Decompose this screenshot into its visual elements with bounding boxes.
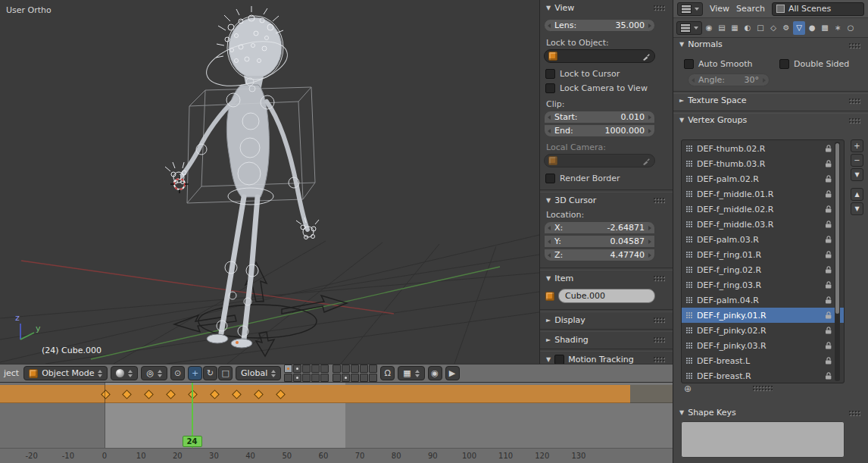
lock-icon[interactable] <box>824 205 833 214</box>
vertex-group-row[interactable]: DEF-f_middle.02.R <box>682 202 844 217</box>
shape-keys-panel-header[interactable]: ▼ Shape Keys <box>679 408 736 418</box>
scale-manipulator-button[interactable]: □ <box>218 366 233 380</box>
properties-tab-render[interactable]: ◉ <box>703 21 715 35</box>
properties-tab-material[interactable]: ● <box>806 21 818 35</box>
vertex-group-row[interactable]: DEF-breast.R <box>682 368 844 383</box>
lock-icon[interactable] <box>824 144 833 153</box>
current-frame-badge[interactable]: 24 <box>183 436 202 447</box>
layer-toggle-17[interactable] <box>342 374 350 382</box>
search-menu[interactable]: Search <box>736 4 765 14</box>
layer-toggle-9[interactable] <box>360 364 368 373</box>
cursor-x-field[interactable]: X: -2.64871 <box>544 221 655 234</box>
shading-panel-header[interactable]: ► Shading <box>540 332 673 348</box>
vertex-group-row[interactable]: DEF-f_pinky.03.R <box>682 338 844 353</box>
add-circle-icon[interactable]: ⊕ <box>684 383 692 394</box>
properties-tab-scene[interactable]: ▦ <box>729 21 741 35</box>
vertex-group-row[interactable]: DEF-f_ring.02.R <box>682 262 844 277</box>
display-panel-header[interactable]: ► Display <box>540 312 673 328</box>
local-camera-field[interactable] <box>544 154 655 167</box>
smooth-angle-field[interactable]: Angle: 30° <box>688 74 770 86</box>
collapse-triangle-icon[interactable]: ▼ <box>679 117 684 124</box>
properties-tab-physics[interactable]: ○ <box>845 21 857 35</box>
clip-start-field[interactable]: Start: 0.010 <box>544 111 655 124</box>
lock-camera-row[interactable]: Lock Camera to View <box>545 83 673 93</box>
panel-grip-icon[interactable] <box>654 276 665 282</box>
layer-toggle-20[interactable] <box>369 374 377 382</box>
scene-selector[interactable]: All Scenes <box>772 2 864 16</box>
opengl-render-button[interactable]: ◉ <box>428 366 442 380</box>
vertex-group-row[interactable]: DEF-f_middle.01.R <box>682 186 844 202</box>
lock-icon[interactable] <box>824 189 833 199</box>
lock-icon[interactable] <box>824 341 833 350</box>
keyframe-channel-band[interactable] <box>0 385 673 402</box>
cursor-panel-header[interactable]: ▼ 3D Cursor <box>540 192 673 208</box>
panel-grip-icon[interactable] <box>849 43 860 49</box>
collapse-triangle-icon[interactable]: ▼ <box>546 356 551 363</box>
remove-vertex-group-button[interactable]: − <box>851 154 863 167</box>
layer-toggle-2[interactable] <box>293 364 301 373</box>
layer-toggle-13[interactable] <box>302 374 311 382</box>
properties-tab-object[interactable]: □ <box>754 21 767 35</box>
layer-toggle-16[interactable] <box>333 374 341 382</box>
pivot-align-toggle[interactable]: ⊙ <box>170 366 185 380</box>
pivot-point-dropdown[interactable]: ◎ <box>141 366 167 380</box>
collapse-triangle-icon[interactable]: ► <box>546 317 551 324</box>
properties-tab-render-layers[interactable]: ▤ <box>716 21 728 35</box>
viewport-shading-dropdown[interactable] <box>111 366 138 380</box>
texture-space-panel-header[interactable]: ► Texture Space <box>679 95 746 105</box>
object-name-field[interactable]: Cube.000 <box>558 289 655 303</box>
properties-tab-world[interactable]: ◐ <box>742 21 754 35</box>
move-group-up-button[interactable]: ▲ <box>851 188 863 201</box>
lock-icon[interactable] <box>824 311 833 320</box>
double-sided-checkbox[interactable] <box>779 59 789 69</box>
panel-grip-icon[interactable] <box>849 411 860 417</box>
transform-orientation-dropdown[interactable]: Global <box>236 366 281 380</box>
collapse-triangle-icon[interactable]: ► <box>546 336 551 343</box>
render-border-row[interactable]: Render Border <box>545 174 673 183</box>
viewport[interactable]: User Ortho (24) Cube.000 z y <box>0 0 539 364</box>
panel-grip-icon[interactable] <box>654 198 665 204</box>
auto-smooth-checkbox[interactable] <box>684 59 694 69</box>
lock-icon[interactable] <box>824 250 833 259</box>
timeline-ruler[interactable]: -20-100102030405060708090100110120130 <box>0 448 673 463</box>
lock-icon[interactable] <box>824 220 833 229</box>
rotate-manipulator-button[interactable]: ↻ <box>203 366 217 380</box>
mode-selector[interactable]: Object Mode <box>23 366 108 380</box>
vertex-group-row[interactable]: DEF-f_pinky.02.R <box>682 323 844 338</box>
lock-to-cursor-row[interactable]: Lock to Cursor <box>545 69 673 79</box>
lock-icon[interactable] <box>824 371 833 380</box>
layer-toggle-5[interactable] <box>320 364 329 373</box>
properties-tab-particles[interactable]: ∗ <box>832 21 844 35</box>
vertex-group-row[interactable]: DEF-palm.02.R <box>682 171 844 186</box>
collapse-triangle-icon[interactable]: ▼ <box>679 41 684 48</box>
eyedropper-icon[interactable] <box>642 52 651 61</box>
editor-type-selector[interactable] <box>676 21 702 35</box>
layer-toggle-12[interactable] <box>293 374 301 382</box>
translate-manipulator-button[interactable]: + <box>188 366 202 380</box>
properties-tab-object-data[interactable]: ▽ <box>793 21 805 35</box>
view-menu[interactable]: View <box>710 4 729 14</box>
lock-icon[interactable] <box>824 265 833 274</box>
collapse-triangle-icon[interactable]: ▼ <box>546 5 551 11</box>
layer-toggle-15[interactable] <box>320 374 329 382</box>
lock-icon[interactable] <box>824 296 833 305</box>
motion-tracking-checkbox[interactable] <box>554 355 564 364</box>
vertex-groups-scrollbar[interactable] <box>835 142 840 381</box>
vertex-groups-panel-header[interactable]: ▼ Vertex Groups <box>679 115 747 125</box>
lock-icon[interactable] <box>824 280 833 289</box>
vertex-group-row[interactable]: DEF-f_middle.03.R <box>682 217 844 232</box>
vertex-group-row[interactable]: DEF-palm.03.R <box>682 232 844 247</box>
layer-toggle-11[interactable] <box>284 374 292 382</box>
layer-toggle-14[interactable] <box>311 374 320 382</box>
panel-grip-icon[interactable] <box>654 318 665 324</box>
lock-icon[interactable] <box>824 326 833 335</box>
move-group-down-button[interactable]: ▼ <box>851 202 863 215</box>
viewport-canvas[interactable] <box>0 0 539 364</box>
snap-element-dropdown[interactable]: ▦ <box>398 366 424 380</box>
vertex-group-row[interactable]: DEF-thumb.03.R <box>682 156 844 171</box>
properties-tab-texture[interactable]: ▩ <box>819 21 831 35</box>
layer-toggle-19[interactable] <box>360 374 368 382</box>
snap-toggle-button[interactable]: Ω <box>380 366 395 380</box>
layer-toggle-1[interactable] <box>284 364 292 373</box>
collapse-triangle-icon[interactable]: ▼ <box>546 197 551 204</box>
